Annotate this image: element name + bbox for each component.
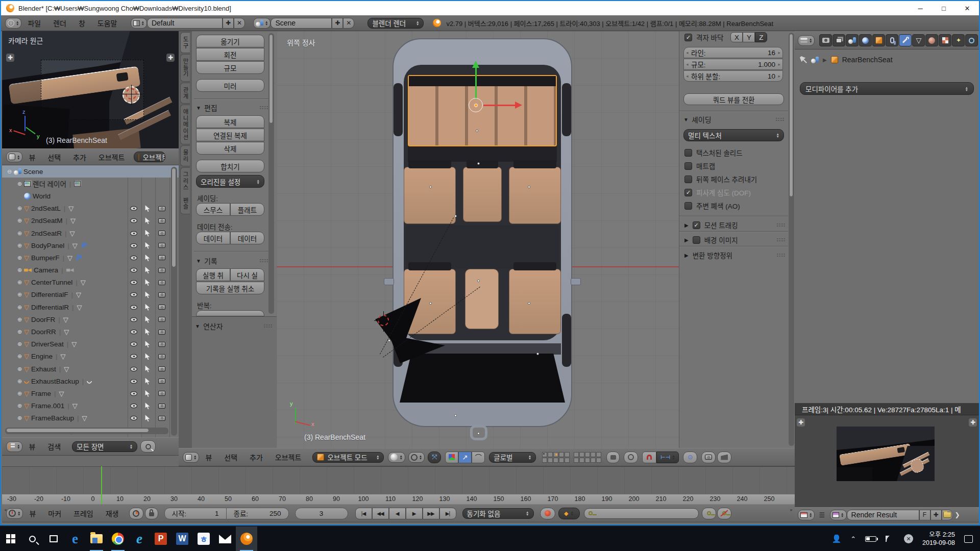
rotate-manipulator-button[interactable]: ⌒	[472, 452, 485, 463]
hide-toggle[interactable]	[128, 239, 140, 252]
chevron-up-icon[interactable]: ⌃	[850, 535, 856, 543]
properties-tab-constraints[interactable]	[886, 34, 898, 46]
open-image-button[interactable]	[942, 510, 953, 520]
editor-type-selector[interactable]: ▲▼	[183, 452, 199, 463]
selectable-toggle[interactable]	[141, 375, 154, 387]
outliner[interactable]: ⊖Scene⊕렌더 레이어|World⊕▽2ndSeatL|▽⊕▽2ndSeat…	[2, 165, 179, 437]
expand-icon[interactable]: ⊕	[16, 329, 23, 335]
jump-to-start-button[interactable]: |◀	[355, 508, 372, 519]
data-layout-button[interactable]: 데이터	[230, 232, 264, 244]
motion-tracking-panel[interactable]: ▶ ✓ 모션 트래킹	[684, 220, 786, 230]
taskbar-internet-explorer[interactable]: e	[129, 527, 150, 551]
selectable-toggle[interactable]	[141, 264, 154, 277]
set-origin-dropdown[interactable]: 오리진을 설정 ▲▼	[196, 175, 264, 188]
checkbox[interactable]	[684, 202, 692, 210]
new-image-button[interactable]: ✚	[930, 510, 942, 520]
selectable-toggle[interactable]	[141, 400, 154, 412]
pin-icon[interactable]	[800, 56, 807, 63]
scale-button[interactable]: 규모	[196, 61, 264, 74]
end-frame-field[interactable]: 종료:250	[227, 508, 289, 519]
layers-widget[interactable]	[542, 452, 601, 463]
render-toggle[interactable]	[156, 264, 168, 277]
manipulator-x-axis[interactable]	[483, 105, 515, 106]
expand-icon[interactable]: ⊕	[16, 217, 23, 224]
layer-9[interactable]	[559, 458, 564, 463]
selectable-toggle[interactable]	[141, 203, 154, 215]
texture-mode-dropdown[interactable]: 멀티 텍스처 ▲▼	[683, 129, 784, 141]
render-toggle[interactable]	[156, 215, 168, 227]
play-reverse-button[interactable]: ◀	[389, 508, 406, 519]
people-icon[interactable]: 👤	[831, 534, 841, 543]
add-modifier-dropdown[interactable]: 모디파이어를 추가 ▲▼	[800, 82, 974, 95]
render-toggle[interactable]	[156, 363, 168, 375]
outliner-item-ExhaustBackup[interactable]: ⊕ExhaustBackup|	[2, 375, 179, 387]
viewport-menu-3[interactable]: 오브젝트	[269, 452, 308, 462]
hide-toggle[interactable]	[128, 264, 140, 277]
start-button[interactable]	[0, 527, 21, 551]
layer-14[interactable]	[591, 452, 596, 457]
mirror-button[interactable]: 미러	[196, 79, 264, 92]
front-seat-right[interactable]	[509, 269, 561, 334]
timeline-menu-0[interactable]: 뷰	[23, 508, 42, 518]
expand-icon[interactable]: ⊕	[16, 205, 23, 212]
outliner-item-Frame.001[interactable]: ⊕▽Frame.001|▽	[2, 400, 179, 412]
timeline-track[interactable]	[2, 466, 795, 494]
delete-scene-button[interactable]: ✕	[343, 18, 354, 29]
layer-2[interactable]	[548, 452, 553, 457]
render-toggle[interactable]	[156, 387, 168, 399]
toolshelf-tab-애니메이션[interactable]: 애니메이션	[180, 105, 190, 145]
minimize-button[interactable]: ─	[909, 1, 932, 15]
hide-toggle[interactable]	[128, 227, 140, 239]
second-seat-middle[interactable]	[463, 167, 502, 222]
hide-toggle[interactable]	[128, 301, 140, 313]
hide-toggle[interactable]	[128, 203, 140, 215]
expand-icon[interactable]: ⊕	[16, 291, 23, 298]
outliner-item-CenterTunnel[interactable]: ⊕▽CenterTunnel|▽	[2, 277, 179, 289]
image-name-field[interactable]: Render Result	[847, 510, 919, 520]
auto-keyframe-button[interactable]	[540, 508, 555, 519]
viewport-3d[interactable]: y x 위쪽 정사 (3) RearBenchSeat	[277, 31, 679, 448]
next-keyframe-button[interactable]: ▶▶	[423, 508, 439, 519]
topbar-menu-3[interactable]: 도움말	[91, 18, 124, 28]
sync-mode-selector[interactable]: 동기화 없음 ▲▼	[462, 508, 534, 519]
layer-20[interactable]	[596, 458, 601, 463]
toolshelf-scrollbar[interactable]	[268, 33, 274, 314]
properties-editor[interactable]: ▲▼ ▽✦ ▶ RearBenchSeat 모디파이어를 추가 ▲▼	[795, 31, 979, 403]
shade-smooth-button[interactable]: 스무스	[196, 203, 230, 216]
pivot-point-selector[interactable]: ▲▼	[408, 452, 425, 463]
selectable-toggle[interactable]	[141, 350, 154, 363]
viewport-menu-0[interactable]: 뷰	[199, 452, 218, 462]
topbar-menu-1[interactable]: 렌더	[47, 18, 72, 28]
expand-icon[interactable]: ⊕	[16, 316, 23, 323]
editor-type-selector[interactable]: ▲▼	[798, 510, 815, 520]
hide-toggle[interactable]	[128, 387, 140, 399]
layer-10[interactable]	[565, 458, 570, 463]
edit-panel-header[interactable]: ▼편집	[196, 103, 268, 113]
selectable-toggle[interactable]	[141, 387, 154, 399]
shading-mode-selector[interactable]: ▲▼	[388, 452, 405, 463]
second-seat-right[interactable]	[509, 167, 561, 224]
taskbar-clock[interactable]: 오후 2:25 2019-09-08	[922, 531, 955, 547]
editor-type-selector[interactable]: ▲▼	[6, 508, 23, 519]
manipulator-y-axis[interactable]	[475, 67, 477, 99]
layer-18[interactable]	[585, 458, 590, 463]
properties-tab-modifiers[interactable]	[899, 34, 912, 46]
mode-selector[interactable]: 오브젝트 모드	[134, 152, 165, 162]
outliner-item-DifferentialR[interactable]: ⊕▽DifferentialR|▽	[2, 301, 179, 313]
snap-element-selector[interactable]: ⊢⊣ ▲▼	[656, 452, 679, 463]
selectable-toggle[interactable]	[141, 313, 154, 325]
expand-icon[interactable]: ⊕	[16, 366, 23, 372]
grid-lines-field[interactable]: ◂라인:16▸	[683, 47, 783, 58]
render-toggle[interactable]	[156, 203, 168, 215]
outliner-scrollbar[interactable]	[171, 167, 177, 436]
expand-icon[interactable]: ⊕	[16, 255, 23, 261]
axis-x-toggle[interactable]: X	[730, 32, 743, 42]
layer-16[interactable]	[574, 458, 579, 463]
properties-tab-physics[interactable]	[965, 34, 978, 46]
expand-header-icon[interactable]: ❯	[955, 511, 960, 518]
editor-type-selector[interactable]: ▲▼	[798, 35, 815, 46]
delete-keyframe-button[interactable]	[717, 508, 731, 519]
camview-menu-1[interactable]: 선택	[41, 152, 67, 162]
render-toggle[interactable]	[156, 301, 168, 313]
grid-floor-row[interactable]: ✓ 격자 바닥 X Y Z	[684, 32, 767, 42]
